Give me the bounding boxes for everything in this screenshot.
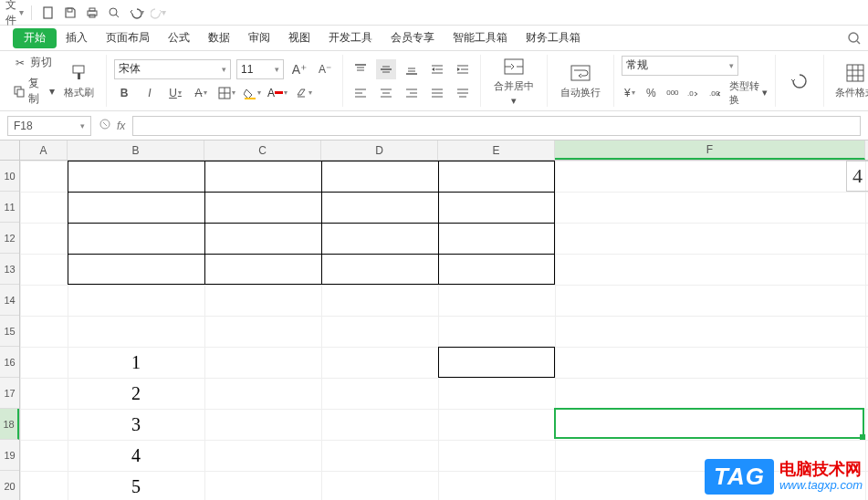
clear-format-icon[interactable]: ▾ bbox=[293, 83, 313, 103]
tab-data[interactable]: 数据 bbox=[199, 26, 239, 51]
svg-point-5 bbox=[110, 8, 117, 16]
rotate-button[interactable] bbox=[783, 70, 816, 92]
conditional-format-button[interactable]: 条件格式 bbox=[831, 62, 868, 99]
cell-B16[interactable]: 1 bbox=[68, 347, 204, 378]
decrease-decimal-icon[interactable]: .00 bbox=[707, 83, 724, 103]
decrease-indent-icon[interactable] bbox=[427, 59, 447, 79]
cells-area[interactable]: 123454 bbox=[20, 161, 868, 500]
tab-review[interactable]: 审阅 bbox=[239, 26, 279, 51]
currency-icon[interactable]: ¥▾ bbox=[622, 83, 638, 103]
svg-rect-12 bbox=[78, 73, 80, 79]
tab-page-layout[interactable]: 页面布局 bbox=[97, 26, 159, 51]
column-headers: ABCDEF bbox=[20, 141, 868, 161]
quick-access-toolbar: 文件▾ ▾ ▾ bbox=[0, 0, 868, 26]
undo-icon[interactable]: ▾ bbox=[127, 4, 145, 22]
justify-icon[interactable] bbox=[427, 83, 447, 103]
cancel-icon[interactable] bbox=[99, 118, 111, 133]
name-box[interactable]: F18▾ bbox=[7, 116, 91, 136]
tab-smart-tools[interactable]: 智能工具箱 bbox=[444, 26, 517, 51]
svg-line-61 bbox=[103, 122, 107, 126]
fill-color-icon[interactable]: ▾ bbox=[242, 83, 262, 103]
svg-rect-1 bbox=[68, 8, 72, 12]
font-color-icon[interactable]: A▾ bbox=[267, 83, 288, 103]
row-header-15[interactable]: 15 bbox=[0, 316, 19, 347]
active-cell-outline bbox=[554, 408, 864, 439]
align-bottom-icon[interactable] bbox=[402, 59, 422, 79]
underline-icon[interactable]: U▾ bbox=[165, 83, 185, 103]
print-icon[interactable] bbox=[83, 4, 101, 22]
row-header-14[interactable]: 14 bbox=[0, 285, 19, 316]
formula-input[interactable] bbox=[132, 116, 861, 136]
align-middle-icon[interactable] bbox=[376, 59, 396, 79]
watermark: TAG 电脑技术网 www.tagxp.com bbox=[705, 459, 863, 495]
type-convert-button[interactable]: 类型转换▾ bbox=[729, 79, 768, 107]
comma-icon[interactable]: 000 bbox=[664, 83, 681, 103]
align-top-icon[interactable] bbox=[350, 59, 371, 79]
col-header-E[interactable]: E bbox=[438, 141, 555, 160]
grid-icon bbox=[844, 62, 866, 84]
cut-button[interactable]: ✂剪切 bbox=[13, 55, 55, 70]
tab-member[interactable]: 会员专享 bbox=[382, 26, 444, 51]
cell-B18[interactable]: 3 bbox=[68, 409, 204, 440]
print-preview-icon[interactable] bbox=[105, 4, 123, 22]
tab-insert[interactable]: 插入 bbox=[57, 26, 97, 51]
svg-rect-3 bbox=[89, 8, 95, 11]
row-header-11[interactable]: 11 bbox=[0, 192, 19, 223]
row-header-18[interactable]: 18 bbox=[0, 409, 19, 440]
new-icon[interactable] bbox=[39, 4, 58, 22]
number-format-select[interactable]: 常规▾ bbox=[622, 56, 738, 76]
paintbrush-icon bbox=[68, 62, 90, 84]
save-icon[interactable] bbox=[61, 4, 79, 22]
col-header-F[interactable]: F bbox=[555, 141, 865, 160]
row-header-13[interactable]: 13 bbox=[0, 254, 19, 285]
col-header-A[interactable]: A bbox=[20, 141, 68, 160]
row-header-20[interactable]: 20 bbox=[0, 471, 19, 500]
row-header-10[interactable]: 10 bbox=[0, 161, 19, 192]
ribbon: ✂剪切 复制▾ 格式刷 宋体▾ 11▾ A⁺ A⁻ B I U▾ A▾ ▾ bbox=[0, 51, 868, 111]
tab-view[interactable]: 视图 bbox=[279, 26, 319, 51]
increase-indent-icon[interactable] bbox=[453, 59, 473, 79]
align-center-icon[interactable] bbox=[376, 83, 396, 103]
ribbon-tabs: 开始 插入 页面布局 公式 数据 审阅 视图 开发工具 会员专享 智能工具箱 财… bbox=[0, 26, 868, 51]
tab-home[interactable]: 开始 bbox=[13, 28, 57, 48]
align-left-icon[interactable] bbox=[350, 83, 371, 103]
font-size-select[interactable]: 11▾ bbox=[236, 59, 284, 79]
percent-icon[interactable]: % bbox=[643, 83, 660, 103]
row-header-16[interactable]: 16 bbox=[0, 347, 19, 378]
search-icon[interactable] bbox=[844, 31, 864, 46]
distributed-icon[interactable] bbox=[453, 83, 473, 103]
wrap-text-button[interactable]: 自动换行 bbox=[555, 62, 606, 99]
borders-icon[interactable]: ▾ bbox=[216, 83, 236, 103]
tab-developer[interactable]: 开发工具 bbox=[319, 26, 382, 51]
col-header-B[interactable]: B bbox=[68, 141, 204, 160]
file-menu[interactable]: 文件▾ bbox=[5, 4, 24, 22]
fx-icon[interactable]: fx bbox=[117, 120, 125, 132]
italic-icon[interactable]: I bbox=[140, 83, 160, 103]
increase-decimal-icon[interactable]: .0 bbox=[686, 83, 703, 103]
spreadsheet-grid[interactable]: ABCDEF 1011121314151617181920 123454 TAG… bbox=[0, 141, 868, 500]
select-all-corner[interactable] bbox=[0, 141, 20, 161]
cell-B19[interactable]: 4 bbox=[68, 440, 204, 471]
format-painter-button[interactable]: 格式刷 bbox=[60, 62, 99, 99]
col-header-D[interactable]: D bbox=[321, 141, 438, 160]
tab-finance-tools[interactable]: 财务工具箱 bbox=[517, 26, 590, 51]
row-header-19[interactable]: 19 bbox=[0, 440, 19, 471]
copy-button[interactable]: 复制▾ bbox=[13, 76, 55, 107]
strikethrough-icon[interactable]: A▾ bbox=[191, 83, 211, 103]
increase-font-icon[interactable]: A⁺ bbox=[289, 59, 309, 79]
tab-formula[interactable]: 公式 bbox=[159, 26, 199, 51]
cell-B20[interactable]: 5 bbox=[68, 471, 204, 500]
font-name-select[interactable]: 宋体▾ bbox=[114, 59, 231, 79]
svg-rect-0 bbox=[44, 7, 52, 18]
col-header-C[interactable]: C bbox=[204, 141, 321, 160]
align-right-icon[interactable] bbox=[402, 83, 422, 103]
group-align bbox=[343, 55, 481, 107]
cell-B17[interactable]: 2 bbox=[68, 378, 204, 409]
row-header-12[interactable]: 12 bbox=[0, 223, 19, 254]
redo-icon[interactable]: ▾ bbox=[149, 4, 167, 22]
bold-icon[interactable]: B bbox=[114, 83, 134, 103]
decrease-font-icon[interactable]: A⁻ bbox=[315, 59, 335, 79]
row-header-17[interactable]: 17 bbox=[0, 378, 19, 409]
scissors-icon: ✂ bbox=[13, 56, 27, 70]
merge-center-button[interactable]: 合并居中▾ bbox=[488, 56, 539, 107]
